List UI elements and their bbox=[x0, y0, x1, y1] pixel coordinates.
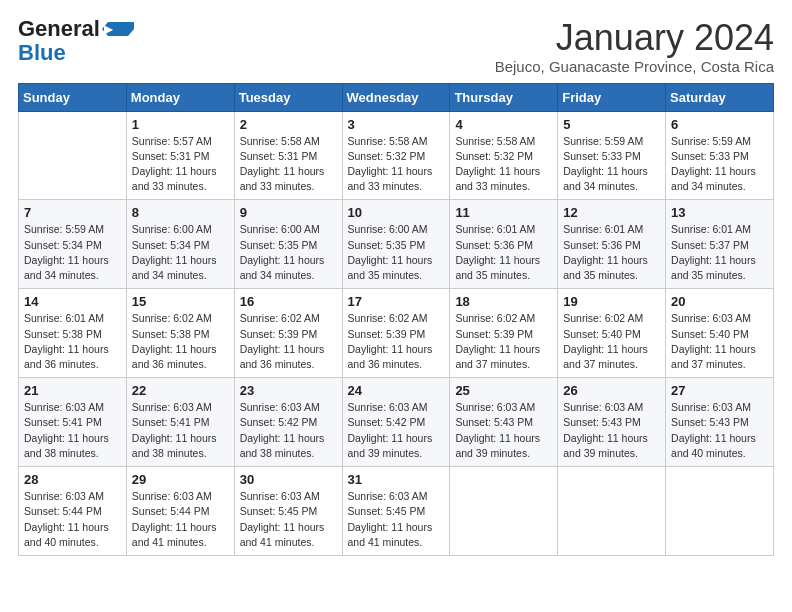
day-number: 14 bbox=[24, 294, 122, 309]
calendar-week-row: 1Sunrise: 5:57 AM Sunset: 5:31 PM Daylig… bbox=[19, 111, 774, 200]
calendar-cell: 11Sunrise: 6:01 AM Sunset: 5:36 PM Dayli… bbox=[450, 200, 558, 289]
day-number: 18 bbox=[455, 294, 553, 309]
day-number: 25 bbox=[455, 383, 553, 398]
calendar-cell: 7Sunrise: 5:59 AM Sunset: 5:34 PM Daylig… bbox=[19, 200, 127, 289]
calendar-cell: 31Sunrise: 6:03 AM Sunset: 5:45 PM Dayli… bbox=[342, 467, 450, 556]
location-title: Bejuco, Guanacaste Province, Costa Rica bbox=[495, 58, 774, 75]
weekday-header-tuesday: Tuesday bbox=[234, 83, 342, 111]
calendar-cell: 22Sunrise: 6:03 AM Sunset: 5:41 PM Dayli… bbox=[126, 378, 234, 467]
day-info: Sunrise: 5:58 AM Sunset: 5:31 PM Dayligh… bbox=[240, 134, 338, 195]
calendar-cell: 20Sunrise: 6:03 AM Sunset: 5:40 PM Dayli… bbox=[666, 289, 774, 378]
calendar-table: SundayMondayTuesdayWednesdayThursdayFrid… bbox=[18, 83, 774, 556]
page: General ▶ Blue January 2024 Bejuco, Guan… bbox=[0, 0, 792, 574]
logo-blue-text: Blue bbox=[18, 40, 66, 65]
calendar-week-row: 28Sunrise: 6:03 AM Sunset: 5:44 PM Dayli… bbox=[19, 467, 774, 556]
logo: General ▶ Blue bbox=[18, 18, 134, 66]
weekday-header-thursday: Thursday bbox=[450, 83, 558, 111]
calendar-cell: 23Sunrise: 6:03 AM Sunset: 5:42 PM Dayli… bbox=[234, 378, 342, 467]
day-number: 5 bbox=[563, 117, 661, 132]
day-number: 13 bbox=[671, 205, 769, 220]
header: General ▶ Blue January 2024 Bejuco, Guan… bbox=[18, 18, 774, 75]
day-info: Sunrise: 6:01 AM Sunset: 5:38 PM Dayligh… bbox=[24, 311, 122, 372]
calendar-cell: 13Sunrise: 6:01 AM Sunset: 5:37 PM Dayli… bbox=[666, 200, 774, 289]
calendar-cell: 5Sunrise: 5:59 AM Sunset: 5:33 PM Daylig… bbox=[558, 111, 666, 200]
calendar-cell: 1Sunrise: 5:57 AM Sunset: 5:31 PM Daylig… bbox=[126, 111, 234, 200]
calendar-cell: 2Sunrise: 5:58 AM Sunset: 5:31 PM Daylig… bbox=[234, 111, 342, 200]
calendar-cell: 19Sunrise: 6:02 AM Sunset: 5:40 PM Dayli… bbox=[558, 289, 666, 378]
day-info: Sunrise: 6:02 AM Sunset: 5:39 PM Dayligh… bbox=[455, 311, 553, 372]
calendar-cell: 16Sunrise: 6:02 AM Sunset: 5:39 PM Dayli… bbox=[234, 289, 342, 378]
calendar-cell: 3Sunrise: 5:58 AM Sunset: 5:32 PM Daylig… bbox=[342, 111, 450, 200]
day-number: 23 bbox=[240, 383, 338, 398]
calendar-cell: 14Sunrise: 6:01 AM Sunset: 5:38 PM Dayli… bbox=[19, 289, 127, 378]
calendar-cell: 10Sunrise: 6:00 AM Sunset: 5:35 PM Dayli… bbox=[342, 200, 450, 289]
day-number: 11 bbox=[455, 205, 553, 220]
day-number: 1 bbox=[132, 117, 230, 132]
calendar-cell bbox=[19, 111, 127, 200]
day-number: 19 bbox=[563, 294, 661, 309]
day-number: 3 bbox=[348, 117, 446, 132]
day-number: 2 bbox=[240, 117, 338, 132]
day-number: 28 bbox=[24, 472, 122, 487]
calendar-cell: 21Sunrise: 6:03 AM Sunset: 5:41 PM Dayli… bbox=[19, 378, 127, 467]
day-info: Sunrise: 6:00 AM Sunset: 5:35 PM Dayligh… bbox=[348, 222, 446, 283]
day-info: Sunrise: 6:00 AM Sunset: 5:35 PM Dayligh… bbox=[240, 222, 338, 283]
weekday-header-row: SundayMondayTuesdayWednesdayThursdayFrid… bbox=[19, 83, 774, 111]
day-number: 6 bbox=[671, 117, 769, 132]
calendar-cell: 12Sunrise: 6:01 AM Sunset: 5:36 PM Dayli… bbox=[558, 200, 666, 289]
day-info: Sunrise: 6:02 AM Sunset: 5:38 PM Dayligh… bbox=[132, 311, 230, 372]
day-number: 4 bbox=[455, 117, 553, 132]
day-info: Sunrise: 5:59 AM Sunset: 5:34 PM Dayligh… bbox=[24, 222, 122, 283]
calendar-cell: 27Sunrise: 6:03 AM Sunset: 5:43 PM Dayli… bbox=[666, 378, 774, 467]
calendar-cell: 29Sunrise: 6:03 AM Sunset: 5:44 PM Dayli… bbox=[126, 467, 234, 556]
day-info: Sunrise: 6:03 AM Sunset: 5:41 PM Dayligh… bbox=[24, 400, 122, 461]
day-info: Sunrise: 5:59 AM Sunset: 5:33 PM Dayligh… bbox=[671, 134, 769, 195]
day-number: 17 bbox=[348, 294, 446, 309]
day-info: Sunrise: 6:03 AM Sunset: 5:43 PM Dayligh… bbox=[563, 400, 661, 461]
calendar-cell: 8Sunrise: 6:00 AM Sunset: 5:34 PM Daylig… bbox=[126, 200, 234, 289]
logo-icon: ▶ bbox=[102, 18, 134, 40]
day-info: Sunrise: 5:58 AM Sunset: 5:32 PM Dayligh… bbox=[455, 134, 553, 195]
day-number: 22 bbox=[132, 383, 230, 398]
day-info: Sunrise: 6:03 AM Sunset: 5:44 PM Dayligh… bbox=[24, 489, 122, 550]
day-info: Sunrise: 6:03 AM Sunset: 5:45 PM Dayligh… bbox=[240, 489, 338, 550]
calendar-week-row: 7Sunrise: 5:59 AM Sunset: 5:34 PM Daylig… bbox=[19, 200, 774, 289]
calendar-cell bbox=[666, 467, 774, 556]
calendar-cell: 25Sunrise: 6:03 AM Sunset: 5:43 PM Dayli… bbox=[450, 378, 558, 467]
day-number: 7 bbox=[24, 205, 122, 220]
day-number: 26 bbox=[563, 383, 661, 398]
day-info: Sunrise: 6:03 AM Sunset: 5:41 PM Dayligh… bbox=[132, 400, 230, 461]
weekday-header-saturday: Saturday bbox=[666, 83, 774, 111]
day-info: Sunrise: 6:00 AM Sunset: 5:34 PM Dayligh… bbox=[132, 222, 230, 283]
calendar-cell: 4Sunrise: 5:58 AM Sunset: 5:32 PM Daylig… bbox=[450, 111, 558, 200]
month-title: January 2024 bbox=[495, 18, 774, 58]
weekday-header-monday: Monday bbox=[126, 83, 234, 111]
title-area: January 2024 Bejuco, Guanacaste Province… bbox=[495, 18, 774, 75]
weekday-header-sunday: Sunday bbox=[19, 83, 127, 111]
day-info: Sunrise: 6:01 AM Sunset: 5:36 PM Dayligh… bbox=[563, 222, 661, 283]
calendar-week-row: 21Sunrise: 6:03 AM Sunset: 5:41 PM Dayli… bbox=[19, 378, 774, 467]
day-number: 21 bbox=[24, 383, 122, 398]
day-info: Sunrise: 6:03 AM Sunset: 5:44 PM Dayligh… bbox=[132, 489, 230, 550]
day-number: 27 bbox=[671, 383, 769, 398]
calendar-cell: 30Sunrise: 6:03 AM Sunset: 5:45 PM Dayli… bbox=[234, 467, 342, 556]
day-info: Sunrise: 6:03 AM Sunset: 5:42 PM Dayligh… bbox=[240, 400, 338, 461]
day-info: Sunrise: 6:01 AM Sunset: 5:37 PM Dayligh… bbox=[671, 222, 769, 283]
day-number: 12 bbox=[563, 205, 661, 220]
day-number: 24 bbox=[348, 383, 446, 398]
day-info: Sunrise: 6:03 AM Sunset: 5:40 PM Dayligh… bbox=[671, 311, 769, 372]
day-info: Sunrise: 6:03 AM Sunset: 5:42 PM Dayligh… bbox=[348, 400, 446, 461]
calendar-cell bbox=[450, 467, 558, 556]
calendar-cell: 17Sunrise: 6:02 AM Sunset: 5:39 PM Dayli… bbox=[342, 289, 450, 378]
day-info: Sunrise: 6:03 AM Sunset: 5:45 PM Dayligh… bbox=[348, 489, 446, 550]
day-info: Sunrise: 6:02 AM Sunset: 5:39 PM Dayligh… bbox=[240, 311, 338, 372]
day-number: 15 bbox=[132, 294, 230, 309]
logo-general-text: General bbox=[18, 18, 100, 40]
calendar-cell: 28Sunrise: 6:03 AM Sunset: 5:44 PM Dayli… bbox=[19, 467, 127, 556]
day-number: 20 bbox=[671, 294, 769, 309]
day-number: 16 bbox=[240, 294, 338, 309]
day-info: Sunrise: 5:59 AM Sunset: 5:33 PM Dayligh… bbox=[563, 134, 661, 195]
calendar-cell: 6Sunrise: 5:59 AM Sunset: 5:33 PM Daylig… bbox=[666, 111, 774, 200]
calendar-cell: 24Sunrise: 6:03 AM Sunset: 5:42 PM Dayli… bbox=[342, 378, 450, 467]
calendar-cell bbox=[558, 467, 666, 556]
